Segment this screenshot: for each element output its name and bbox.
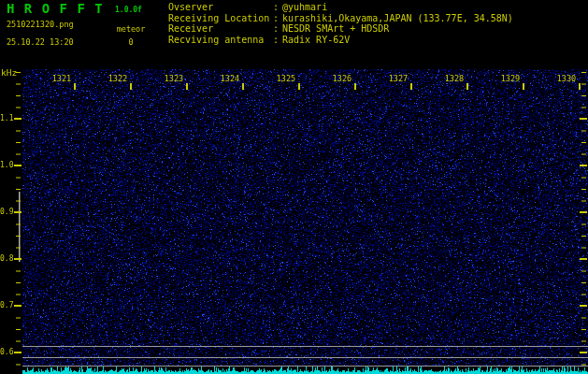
meteor-counter: meteor 0	[106, 0, 156, 52]
info-value: kurashiki,Okayama,JAPAN (133.77E, 34.58N…	[282, 13, 513, 24]
info-value: NESDR SMArt + HDSDR	[282, 23, 389, 35]
freq-tick-label: 0.6	[0, 348, 13, 356]
meteor-count-value: 0	[106, 37, 156, 47]
info-label: Recviving antenna	[168, 35, 273, 46]
info-value: Radix RY-62V	[282, 35, 350, 46]
meteor-count-label: meteor	[106, 24, 156, 34]
time-tick-label: 1321	[50, 74, 73, 83]
frequency-unit-label: kHz	[1, 68, 17, 78]
spectrogram-canvas	[0, 0, 588, 374]
info-row: Receiver:NESDR SMArt + HDSDR	[168, 23, 584, 35]
output-filename: 2510221320.png	[7, 20, 74, 29]
time-tick-label: 1329	[499, 74, 522, 83]
info-separator: :	[273, 35, 282, 46]
time-tick-label: 1323	[163, 74, 185, 83]
freq-tick-label: 0.8	[0, 254, 13, 263]
app-title: H R O F F T	[7, 2, 104, 15]
time-tick-label: 1325	[275, 74, 297, 83]
header-info: Ovserver:@yuhmariReceiving Location:kura…	[168, 2, 584, 46]
freq-tick-label: 1.0	[0, 161, 13, 169]
info-value: @yuhmari	[282, 2, 327, 13]
time-tick-label: 1328	[443, 74, 466, 83]
time-tick-label: 1330	[555, 74, 578, 83]
info-label: Ovserver	[168, 2, 273, 13]
info-row: Ovserver:@yuhmari	[168, 2, 584, 13]
freq-tick-label: 1.1	[0, 114, 13, 122]
info-row: Receiving Location:kurashiki,Okayama,JAP…	[168, 13, 584, 24]
info-separator: :	[273, 23, 282, 35]
timestamp: 25.10.22 13:20	[7, 37, 74, 47]
info-row: Recviving antenna:Radix RY-62V	[168, 35, 584, 46]
time-tick-label: 1324	[219, 74, 241, 83]
time-tick-label: 1326	[331, 74, 353, 83]
time-tick-label: 1327	[387, 74, 409, 83]
info-label: Receiver	[168, 23, 273, 35]
freq-tick-label: 0.7	[0, 301, 13, 309]
hrofft-window: H R O F F T 1.0.0f 2510221320.png 25.10.…	[0, 0, 588, 374]
info-separator: :	[273, 2, 282, 13]
info-label: Receiving Location	[168, 13, 273, 24]
freq-tick-label: 0.9	[0, 208, 13, 216]
time-tick-label: 1322	[107, 74, 129, 83]
info-separator: :	[273, 13, 282, 24]
